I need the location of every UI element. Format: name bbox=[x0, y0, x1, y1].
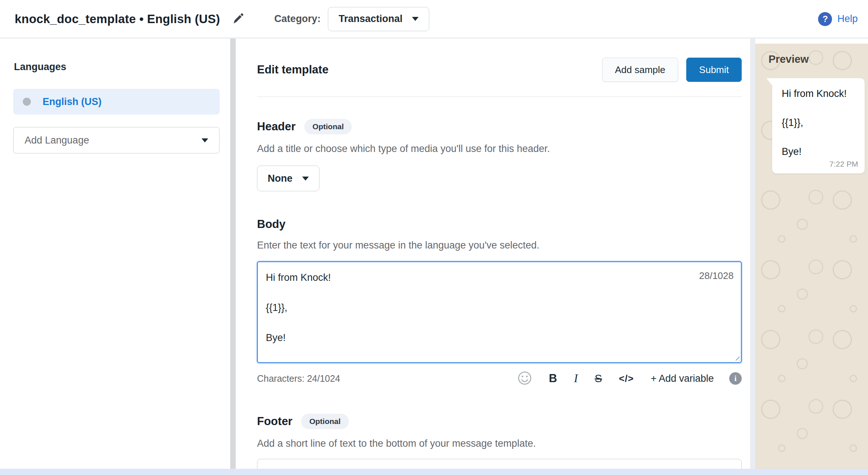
add-language-dropdown[interactable]: Add Language bbox=[13, 127, 220, 153]
preview-line: {{1}}, bbox=[782, 117, 857, 128]
main-scrollbar[interactable] bbox=[750, 39, 755, 469]
sidebar-item-english-us[interactable]: English (US) bbox=[13, 89, 220, 115]
emoji-button[interactable] bbox=[517, 371, 532, 387]
add-sample-button[interactable]: Add sample bbox=[602, 58, 678, 82]
preview-title: Preview bbox=[768, 53, 809, 65]
languages-heading: Languages bbox=[14, 61, 230, 73]
template-editor-page: knock_doc_template • English (US) Catego… bbox=[0, 0, 868, 475]
page-title: knock_doc_template • English (US) bbox=[15, 12, 220, 26]
body-textarea-container: 28/1028 bbox=[257, 261, 742, 363]
section-divider bbox=[257, 97, 742, 97]
bold-button[interactable]: B bbox=[549, 372, 557, 385]
preview-timestamp: 7:22 PM bbox=[829, 160, 858, 168]
body-character-counter: 28/1028 bbox=[699, 270, 734, 282]
italic-button[interactable]: I bbox=[574, 372, 578, 385]
body-section-description: Enter the text for your message in the l… bbox=[257, 240, 742, 251]
category-group: Category: Transactional bbox=[274, 7, 429, 31]
category-dropdown[interactable]: Transactional bbox=[328, 7, 429, 31]
add-variable-button[interactable]: + Add variable bbox=[651, 373, 714, 384]
languages-sidebar: Languages English (US) Add Language bbox=[0, 39, 230, 469]
optional-badge: Optional bbox=[304, 119, 352, 134]
bubble-tail-icon bbox=[766, 78, 772, 86]
help-link[interactable]: ? Help bbox=[818, 12, 858, 26]
info-icon[interactable]: i bbox=[729, 372, 742, 385]
characters-count-label: Characters: 24/1024 bbox=[257, 373, 340, 384]
submit-button[interactable]: Submit bbox=[686, 58, 742, 82]
caret-down-icon bbox=[412, 17, 419, 21]
language-status-dot-icon bbox=[23, 98, 31, 106]
help-question-icon: ? bbox=[818, 12, 832, 26]
editor-header-row: Edit template Add sample Submit bbox=[257, 58, 742, 82]
edit-name-button[interactable] bbox=[230, 11, 246, 27]
preview-panel: Preview Hi from Knock! {{1}}, Bye! 7:22 … bbox=[755, 39, 868, 469]
header-media-type-value: None bbox=[268, 173, 293, 184]
category-label: Category: bbox=[274, 13, 321, 25]
footer-section-title-row: Footer Optional bbox=[257, 414, 742, 429]
pencil-icon bbox=[232, 12, 245, 26]
format-buttons-group: B I S </> + Add variable bbox=[517, 371, 714, 387]
language-label: English (US) bbox=[43, 96, 102, 108]
add-language-placeholder: Add Language bbox=[25, 135, 89, 146]
body-text-input[interactable] bbox=[257, 261, 742, 363]
body-section-title: Body bbox=[257, 218, 286, 231]
code-button[interactable]: </> bbox=[619, 373, 634, 384]
help-label: Help bbox=[837, 13, 858, 25]
footer-section-title: Footer bbox=[257, 415, 292, 428]
strikethrough-button[interactable]: S bbox=[595, 372, 602, 385]
preview-line: Bye! bbox=[782, 146, 857, 157]
header-section-title-row: Header Optional bbox=[257, 119, 742, 134]
optional-badge: Optional bbox=[301, 414, 348, 429]
edit-template-panel: Edit template Add sample Submit Header O… bbox=[236, 39, 750, 469]
header-section-title: Header bbox=[257, 120, 296, 133]
caret-down-icon bbox=[302, 177, 309, 181]
sidebar-scrollbar[interactable] bbox=[230, 39, 236, 469]
footer-section-description: Add a short line of text to the bottom o… bbox=[257, 438, 742, 449]
header-section-description: Add a title or choose which type of medi… bbox=[257, 143, 742, 155]
smiley-icon bbox=[517, 371, 532, 387]
top-bar: knock_doc_template • English (US) Catego… bbox=[0, 0, 868, 38]
body-format-toolbar: Characters: 24/1024 B I S </> bbox=[257, 370, 742, 387]
preview-message-bubble: Hi from Knock! {{1}}, Bye! 7:22 PM bbox=[772, 78, 865, 174]
caret-down-icon bbox=[202, 138, 208, 142]
body-section-title-row: Body bbox=[257, 218, 742, 231]
bottom-banner-strip bbox=[0, 469, 868, 475]
category-value: Transactional bbox=[339, 13, 402, 25]
editor-title: Edit template bbox=[257, 63, 329, 76]
preview-line: Hi from Knock! bbox=[782, 88, 857, 99]
header-media-type-dropdown[interactable]: None bbox=[257, 166, 319, 191]
